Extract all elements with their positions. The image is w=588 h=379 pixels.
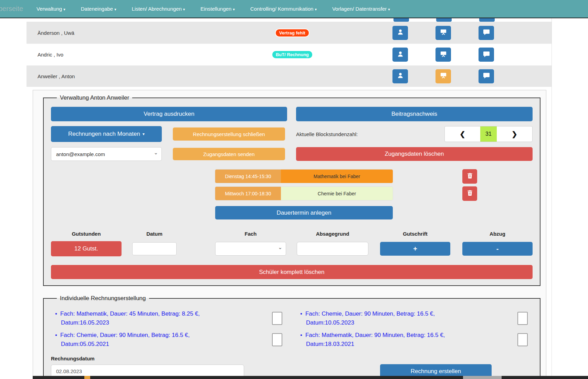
blockstunden-stepper: ❮ 31 ❯ [444,126,533,142]
invoice-item-text: •Fach: Chemie, Dauer: 90 Minuten, Betrag… [55,331,268,349]
comment-button[interactable] [479,69,494,83]
comment-icon [483,51,490,59]
schedule-row: Mittwoch 17:00-18:30 Chemie bei Faber [51,187,533,201]
blockstunden-label: Aktuelle Blockstundenzahl: [296,131,358,137]
user-button-clipped[interactable] [393,18,409,22]
table-row[interactable]: Anweiler , Anton [27,65,552,87]
horizontal-scrollbar-thumb[interactable] [463,376,502,379]
caret-down-icon: ▾ [233,7,235,11]
student-name: Anweiler , Anton [38,73,230,79]
abzug-minus-button[interactable]: - [462,242,533,256]
schedule-time: Mittwoch 17:00-18:30 [215,187,281,200]
chevron-left-icon: ❮ [460,130,465,138]
schedule-subject[interactable]: Chemie bei Faber [281,187,393,200]
caret-down-icon: ▾ [143,132,145,136]
invoice-item: •Fach: Mathematik, Dauer: 45 Minuten, Be… [51,309,287,327]
chalkboard-button-active[interactable] [435,69,451,83]
dauertermin-anlegen-button[interactable]: Dauertermin anlegen [215,206,393,219]
chalkboard-button[interactable] [435,26,451,40]
caret-down-icon: ▾ [315,7,317,11]
chalkboard-icon [440,72,447,80]
chalkboard-icon [440,29,447,37]
clipped-content-below [33,376,588,379]
chalkboard-button[interactable] [435,48,451,62]
nav-item-einstellungen[interactable]: Einstellungen▾ [200,6,235,12]
nav-item-vorlagen-datentransfer[interactable]: Vorlagen/ Datentransfer▾ [332,6,390,12]
rechnungen-nach-monaten-dropdown[interactable]: Rechnungen nach Monaten▾ [51,126,162,142]
schedule-subject[interactable]: Mathematik bei Faber [281,170,393,183]
rechnungserstellung-schliessen-button[interactable]: Rechnungserstellung schließen [173,127,285,141]
column-header-gutschrift: Gutschrift [380,231,450,237]
bullet-icon: • [55,310,57,317]
user-icon [397,51,404,59]
bullet-icon: • [300,310,302,317]
caret-down-icon: ▾ [183,7,185,11]
student-name: Andric , Ivo [38,52,230,58]
comment-icon [483,29,490,37]
schedule-time: Dienstag 14:45-15:30 [215,170,281,183]
stepper-increase-button[interactable]: ❯ [497,126,532,142]
trash-icon [467,173,473,181]
comment-button-clipped[interactable] [479,18,495,22]
table-row[interactable]: Änderson , Uwä Vertrag fehlt [27,22,552,44]
clipped-row-above [27,18,552,22]
delete-schedule-button[interactable] [462,186,477,201]
nav-menu: Verwaltung▾ Dateneingabe▾ Listen/ Abrech… [36,6,390,12]
schueler-komplett-loeschen-button[interactable]: Schüler komplett löschen [51,265,533,279]
gutstunden-button[interactable]: 12 Gutst. [51,241,122,256]
vertrag-ausdrucken-button[interactable]: Vertrag ausdrucken [51,107,287,121]
column-header-gutstunden: Gutstunden [51,231,122,237]
rechnungsdatum-label: Rechnungsdatum [51,356,533,361]
brand-logo[interactable]: berseite [0,5,34,13]
invoice-item-checkbox[interactable] [272,333,282,346]
verwaltung-fieldset: Verwaltung Anton Anweiler Vertrag ausdru… [43,94,540,286]
user-button[interactable] [392,48,408,62]
datum-input[interactable] [132,242,177,255]
chevron-right-icon: ❯ [512,130,517,138]
chalkboard-icon [440,51,447,59]
top-navbar: berseite Verwaltung▾ Dateneingabe▾ Liste… [0,0,588,18]
user-icon [397,72,404,80]
bullet-icon: • [55,332,57,338]
invoice-item-checkbox[interactable] [517,312,528,325]
zugangsdaten-senden-button[interactable]: Zugangsdaten senden [173,148,285,160]
invoice-item-checkbox[interactable] [517,333,528,346]
chalkboard-button-clipped[interactable] [436,18,452,22]
invoice-item: •Fach: Chemie, Dauer: 90 Minuten, Betrag… [51,331,287,349]
email-select[interactable]: anton@example.com [51,147,162,161]
table-row[interactable]: Andric , Ivo BuT/ Rechnung [27,44,552,65]
trash-icon [467,190,473,198]
column-header-fach: Fach [215,231,286,237]
absagegrund-input[interactable] [297,242,368,256]
clipped-orange-element [84,376,90,379]
invoice-item: •Fach: Chemie, Dauer: 90 Minuten, Betrag… [296,309,533,327]
fach-select[interactable] [215,242,286,256]
invoice-item-text: •Fach: Chemie, Dauer: 90 Minuten, Betrag… [300,309,513,327]
comment-button[interactable] [479,26,494,40]
rechnungserstellung-fieldset: Individuelle Rechnungserstellung •Fach: … [43,295,540,379]
rechnungserstellung-legend: Individuelle Rechnungserstellung [57,295,149,302]
invoice-item-text: •Fach: Mathematik, Dauer: 90 Minuten, Be… [300,331,513,349]
invoice-item-checkbox[interactable] [272,312,282,325]
nav-item-dateneingabe[interactable]: Dateneingabe▾ [81,6,116,12]
comment-button[interactable] [479,48,494,62]
student-detail-panel: Verwaltung Anton Anweiler Vertrag ausdru… [33,90,546,379]
beitragsnachweis-button[interactable]: Beitragsnachweis [296,107,533,121]
delete-schedule-button[interactable] [462,169,477,184]
zugangsdaten-loeschen-button[interactable]: Zugangsdaten löschen [296,147,533,161]
user-button[interactable] [392,26,408,40]
status-badge: BuT/ Rechnung [272,50,313,59]
nav-item-verwaltung[interactable]: Verwaltung▾ [36,6,65,12]
status-badge: Vertrag fehlt [275,29,309,37]
blockstunden-value: 31 [480,126,497,142]
caret-down-icon: ▾ [63,7,65,11]
nav-item-controlling-kommunikation[interactable]: Controlling/ Kommunikation▾ [250,6,317,12]
gutschrift-plus-button[interactable]: + [380,242,450,256]
nav-item-listen-abrechnungen[interactable]: Listen/ Abrechnungen▾ [132,6,185,12]
invoice-item-text: •Fach: Mathematik, Dauer: 45 Minuten, Be… [55,309,268,327]
stepper-decrease-button[interactable]: ❮ [445,126,480,142]
user-button[interactable] [392,69,408,83]
column-header-absagegrund: Absagegrund [297,231,368,237]
caret-down-icon: ▾ [388,7,390,11]
column-header-datum: Datum [132,231,177,237]
